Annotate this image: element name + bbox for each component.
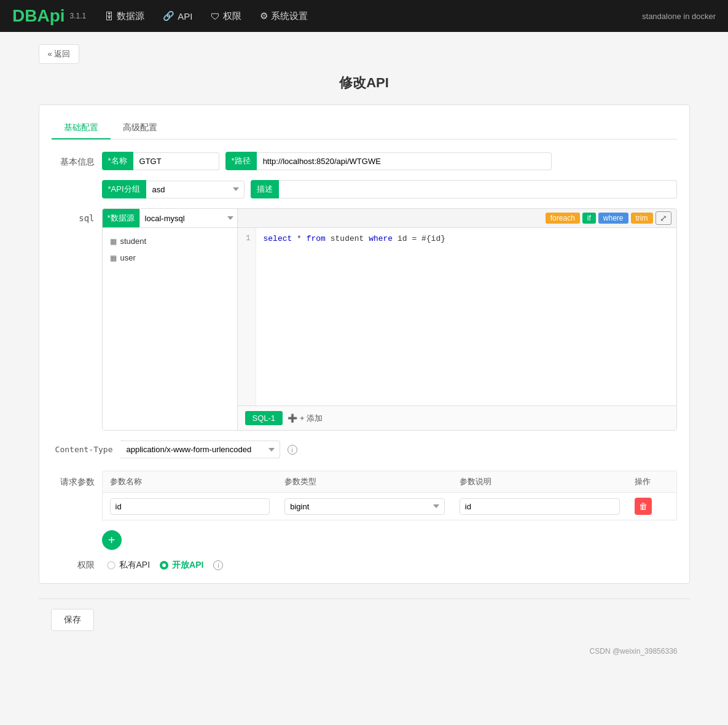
main-card: 基础配置 高级配置 基本信息 *名称 *路径 *API分组 <box>39 104 690 584</box>
path-input[interactable] <box>257 152 552 170</box>
version: 3.1.1 <box>70 12 87 20</box>
trim-button[interactable]: trim <box>631 213 653 224</box>
sql-container: *数据源 local-mysql ▦ student ▦ <box>102 208 677 431</box>
params-body: bigint varchar int 🗑 <box>102 492 677 520</box>
table-item-user[interactable]: ▦ user <box>103 249 237 266</box>
datasource-tag: *数据源 <box>103 209 139 227</box>
basic-info-fields: *名称 *路径 <box>102 152 677 170</box>
line-numbers: 1 <box>238 228 256 406</box>
private-api-radio-circle <box>107 561 115 570</box>
nav-settings[interactable]: ⚙ 系统设置 <box>260 10 308 22</box>
param-desc-input[interactable] <box>460 498 620 515</box>
group-desc-fields: *API分组 asd 描述 <box>102 180 677 198</box>
content-type-label: Content-Type <box>52 445 113 454</box>
main-nav: 🗄 数据源 🔗 API 🛡 权限 ⚙ 系统设置 <box>104 10 642 22</box>
delete-param-button[interactable]: 🗑 <box>635 498 652 515</box>
add-sql-button[interactable]: ➕ + 添加 <box>288 413 323 424</box>
table-name-user: user <box>120 253 136 262</box>
radio-group: 私有API 开放API i <box>107 560 224 571</box>
plus-icon: ➕ <box>288 413 297 423</box>
add-param-area: + <box>102 530 677 550</box>
expand-button[interactable]: ⤢ <box>656 211 671 225</box>
foreach-button[interactable]: foreach <box>546 213 580 224</box>
nav-api[interactable]: 🔗 API <box>163 10 192 22</box>
name-input[interactable] <box>133 152 219 170</box>
table-row: bigint varchar int 🗑 <box>103 493 676 520</box>
sql-editor-area: foreach if where trim ⤢ 1 select * from … <box>238 209 676 430</box>
params-header: 参数名称 参数类型 参数说明 操作 <box>102 471 677 492</box>
api-group-tag: *API分组 <box>102 180 146 198</box>
back-button[interactable]: « 返回 <box>39 44 80 64</box>
sql-left-panel: *数据源 local-mysql ▦ student ▦ <box>103 209 238 430</box>
permission-info-icon[interactable]: i <box>213 560 223 570</box>
api-icon: 🔗 <box>163 10 174 22</box>
params-label: 请求参数 <box>52 471 95 488</box>
tab-advanced-config[interactable]: 高级配置 <box>111 117 170 139</box>
tab-basic-config[interactable]: 基础配置 <box>52 117 111 139</box>
sql-tab-button[interactable]: SQL-1 <box>245 411 283 425</box>
where-button[interactable]: where <box>598 213 628 224</box>
page-title: 修改API <box>39 74 690 92</box>
params-col-op: 操作 <box>627 476 676 487</box>
sql-editor[interactable]: select * from student where id = #{id} <box>256 228 676 406</box>
api-group-select[interactable]: asd <box>146 181 245 198</box>
sql-footer: SQL-1 ➕ + 添加 <box>238 406 676 430</box>
params-col-desc: 参数说明 <box>452 476 627 487</box>
table-icon-user: ▦ <box>110 254 117 262</box>
nav-permission[interactable]: 🛡 权限 <box>211 10 241 22</box>
open-api-radio[interactable]: 开放API <box>160 560 203 571</box>
save-button[interactable]: 保存 <box>51 609 94 631</box>
gear-icon: ⚙ <box>260 10 268 22</box>
params-table: 参数名称 参数类型 参数说明 操作 bigint varchar <box>102 471 677 520</box>
basic-info-label: 基本信息 <box>52 152 95 168</box>
desc-group: 描述 <box>251 180 677 198</box>
basic-info-row: 基本信息 *名称 *路径 <box>52 152 677 170</box>
shield-icon: 🛡 <box>211 11 220 22</box>
param-name-cell <box>103 498 278 515</box>
database-icon: 🗄 <box>104 11 114 22</box>
param-desc-cell <box>452 498 627 515</box>
header: DBApi 3.1.1 🗄 数据源 🔗 API 🛡 权限 ⚙ 系统设置 stan… <box>0 0 728 32</box>
path-field-group: *路径 <box>225 152 552 170</box>
name-tag: *名称 <box>102 152 133 170</box>
params-row: 请求参数 参数名称 参数类型 参数说明 操作 bigint <box>52 471 677 520</box>
footer-credit: CSDN @weixin_39856336 <box>39 641 690 662</box>
content-type-info-icon[interactable]: i <box>288 445 297 455</box>
api-group-select-group: *API分组 asd <box>102 180 245 198</box>
content-type-row: Content-Type application/x-www-form-urle… <box>52 441 677 458</box>
param-op-cell: 🗑 <box>627 498 676 515</box>
permission-row: 权限 私有API 开放API i <box>52 560 677 571</box>
table-item-student[interactable]: ▦ student <box>103 233 237 249</box>
content-type-select[interactable]: application/x-www-form-urlencoded applic… <box>120 441 280 458</box>
sql-code-area: 1 select * from student where id = #{id} <box>238 228 676 406</box>
save-area: 保存 <box>39 598 690 641</box>
table-list: ▦ student ▦ user <box>103 228 237 271</box>
datasource-header: *数据源 local-mysql <box>103 209 237 228</box>
table-name-student: student <box>120 237 147 246</box>
tab-bar: 基础配置 高级配置 <box>52 117 677 139</box>
group-desc-row: *API分组 asd 描述 <box>52 180 677 198</box>
main-content: « 返回 修改API 基础配置 高级配置 基本信息 *名称 *路径 <box>26 32 702 674</box>
datasource-select[interactable]: local-mysql <box>139 210 237 227</box>
add-param-button[interactable]: + <box>102 530 122 550</box>
sql-label: sql <box>52 208 95 223</box>
param-type-cell: bigint varchar int <box>277 498 452 515</box>
desc-tag: 描述 <box>251 180 279 198</box>
table-icon-student: ▦ <box>110 237 117 246</box>
sql-row: sql *数据源 local-mysql ▦ <box>52 208 677 431</box>
nav-datasource[interactable]: 🗄 数据源 <box>104 10 144 22</box>
param-name-input[interactable] <box>110 498 270 515</box>
private-api-label: 私有API <box>119 560 151 571</box>
if-button[interactable]: if <box>582 213 596 224</box>
private-api-radio[interactable]: 私有API <box>107 560 151 571</box>
header-right-text: standalone in docker <box>642 12 716 21</box>
desc-input[interactable] <box>279 180 677 198</box>
open-api-radio-circle <box>160 561 168 570</box>
group-desc-spacer <box>52 180 95 185</box>
param-type-select[interactable]: bigint varchar int <box>284 498 445 515</box>
logo: DBApi <box>12 6 65 26</box>
open-api-label: 开放API <box>172 560 203 571</box>
name-field-group: *名称 <box>102 152 219 170</box>
params-col-type: 参数类型 <box>277 476 452 487</box>
sql-inner: *数据源 local-mysql ▦ student ▦ <box>103 209 676 430</box>
